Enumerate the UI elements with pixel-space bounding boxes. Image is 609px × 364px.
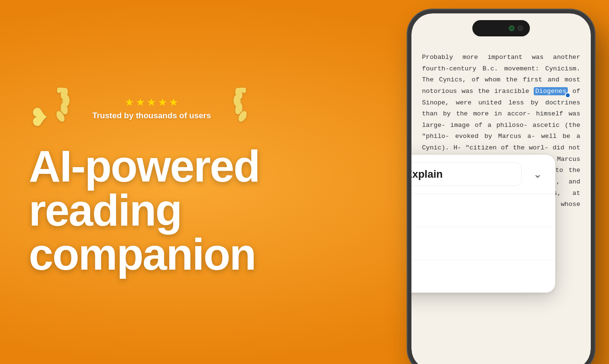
phone-screen: Probably more important was another four… <box>411 13 591 364</box>
laurel-left-icon: ❥ <box>29 88 85 130</box>
camera-indicator <box>509 25 515 31</box>
translate-item[interactable]: 文 A Translate <box>411 194 555 227</box>
highlighted-word: Diogenes <box>534 87 568 95</box>
trust-text: Trusted by thousands of users <box>92 111 211 121</box>
star-4: ★ <box>158 96 167 109</box>
chevron-down-icon[interactable]: ⌄ <box>529 166 546 182</box>
star-3: ★ <box>147 96 156 109</box>
left-panel: ❥ ★ ★ ★ ★ <box>0 68 326 296</box>
silent-button <box>408 66 409 85</box>
define-item[interactable]: Define <box>411 227 555 260</box>
power-button <box>594 80 595 114</box>
star-2: ★ <box>136 96 145 109</box>
star-5: ★ <box>169 96 178 109</box>
selection-handle-right <box>565 92 571 98</box>
trust-center: ★ ★ ★ ★ ★ Trusted by thousands of users <box>92 96 211 121</box>
headline-line2: reading <box>29 188 297 232</box>
trust-badge: ❥ ★ ★ ★ ★ <box>29 88 297 130</box>
explain-label: Explain <box>411 168 443 181</box>
volume-down-button <box>408 131 409 162</box>
laurel-right-icon <box>218 88 246 130</box>
explain-button[interactable]: ✦ Explain <box>411 162 522 186</box>
right-panel: Probably more important was another four… <box>302 0 609 364</box>
context-menu: ✦ Explain ⌄ 文 A Translate <box>411 155 555 293</box>
headline-line3: companion <box>29 232 297 276</box>
sensor-dot <box>517 25 523 31</box>
star-rating: ★ ★ ★ ★ ★ <box>125 96 178 109</box>
star-1: ★ <box>125 96 134 109</box>
phone-mockup: Probably more important was another four… <box>408 10 595 364</box>
headline-line1: AI-powered <box>29 144 297 188</box>
reword-item[interactable]: Reword <box>411 260 555 293</box>
dynamic-island <box>472 20 530 36</box>
popup-top-bar: ✦ Explain ⌄ <box>411 155 555 194</box>
headline: AI-powered reading companion <box>29 144 297 276</box>
volume-up-button <box>408 92 409 124</box>
